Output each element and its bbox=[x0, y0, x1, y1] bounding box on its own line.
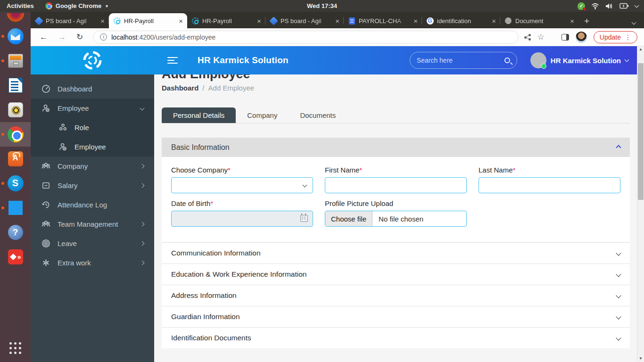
tab-hr-payroll-active[interactable]: HR-Payroll × bbox=[109, 13, 187, 28]
sidebar-item-attendance-log[interactable]: Attendance Log bbox=[31, 195, 154, 214]
dock-item-rhythmbox[interactable] bbox=[0, 98, 31, 122]
app-menu[interactable]: Google Chrome ▾ bbox=[41, 2, 113, 9]
dock-item-chrome[interactable] bbox=[0, 122, 31, 147]
clock[interactable]: Wed 17:34 bbox=[307, 2, 337, 9]
dock-item-diamond-arrow-app[interactable]: » bbox=[0, 245, 31, 269]
volume-icon[interactable] bbox=[605, 3, 613, 9]
system-tray[interactable]: ✓ bbox=[578, 2, 644, 10]
hr-target-icon bbox=[114, 17, 121, 25]
sidebar-item-extra-work[interactable]: Extra work bbox=[31, 253, 154, 272]
tab-hr-payroll-2[interactable]: HR-Payroll × bbox=[187, 13, 265, 28]
chevron-down-icon bbox=[616, 272, 621, 277]
tab-company[interactable]: Company bbox=[236, 107, 289, 123]
profile-picture-field: Profile Picture Upload Choose file No fi… bbox=[325, 199, 467, 227]
dock-item-file-archiver[interactable] bbox=[0, 49, 31, 73]
close-tab-icon[interactable]: × bbox=[413, 17, 418, 25]
basic-information-header[interactable]: Basic Information bbox=[162, 138, 630, 157]
target-icon bbox=[41, 239, 50, 248]
help-icon: ? bbox=[8, 225, 23, 240]
side-panel-icon[interactable] bbox=[561, 34, 569, 41]
wifi-icon[interactable] bbox=[591, 3, 599, 9]
scroll-down-arrow[interactable]: ▼ bbox=[637, 355, 644, 362]
activities-button[interactable]: Activities bbox=[0, 2, 41, 9]
tab-ps-board-2[interactable]: PS board - Agil × bbox=[265, 13, 344, 28]
user-menu[interactable]: HR Karmick Solution bbox=[530, 52, 628, 68]
choose-file-button[interactable]: Choose file bbox=[325, 211, 372, 226]
close-tab-icon[interactable]: × bbox=[179, 17, 183, 25]
battery-icon[interactable] bbox=[619, 3, 629, 9]
bookmark-star-icon[interactable]: ☆ bbox=[537, 32, 545, 42]
back-button[interactable]: ← bbox=[35, 32, 52, 43]
card-icon bbox=[41, 181, 50, 190]
tab-ps-board-1[interactable]: PS board - Agil × bbox=[31, 13, 109, 28]
close-tab-icon[interactable]: × bbox=[100, 17, 105, 25]
hr-karmick-logo[interactable] bbox=[82, 50, 103, 71]
sidebar-item-leave[interactable]: Leave bbox=[31, 234, 154, 253]
accordion-guardian-information[interactable]: Guardian Information bbox=[162, 306, 630, 327]
menu-toggle-icon[interactable] bbox=[167, 57, 178, 64]
dock-item-skype[interactable]: S bbox=[0, 171, 31, 196]
accordion-education-work-experience[interactable]: Education & Work Experience Information bbox=[162, 263, 630, 285]
new-tab-button[interactable]: + bbox=[578, 16, 595, 28]
tab-search-button[interactable] bbox=[624, 19, 644, 28]
profile-avatar[interactable] bbox=[576, 32, 587, 43]
accordion-communication-information[interactable]: Communication Information bbox=[162, 242, 630, 263]
calendar-icon[interactable] bbox=[300, 215, 308, 222]
accordion-address-information[interactable]: Address Information bbox=[162, 285, 630, 306]
required-asterisk: * bbox=[359, 166, 362, 174]
chevron-down-icon bbox=[632, 20, 636, 25]
dock-item-ubuntu-software[interactable] bbox=[0, 147, 31, 171]
tab-identification[interactable]: G identification × bbox=[422, 13, 500, 28]
sidebar-item-company[interactable]: Company bbox=[31, 156, 154, 176]
close-tab-icon[interactable]: × bbox=[492, 17, 496, 25]
app-title: HR Karmick Solution bbox=[198, 55, 289, 66]
last-name-input[interactable] bbox=[479, 177, 620, 193]
sidebar-item-dashboard[interactable]: Dashboard bbox=[31, 79, 154, 99]
sidebar-item-employee[interactable]: Employee bbox=[31, 99, 154, 118]
chrome-icon bbox=[45, 2, 52, 9]
close-tab-icon[interactable]: × bbox=[257, 17, 261, 25]
sidebar-item-role[interactable]: Role bbox=[31, 118, 154, 137]
gears-icon bbox=[58, 123, 67, 132]
sidebar-item-employee-sub[interactable]: Employee bbox=[31, 137, 154, 156]
scroll-up-arrow[interactable]: ▲ bbox=[637, 46, 644, 53]
sidebar-item-team-management[interactable]: Team Management bbox=[31, 214, 154, 234]
date-of-birth-input[interactable] bbox=[171, 211, 313, 227]
share-icon[interactable] bbox=[524, 34, 531, 41]
browser-scrollbar[interactable]: ▲ ▼ bbox=[637, 46, 644, 362]
dock-item-libreoffice-writer[interactable] bbox=[0, 73, 31, 98]
sidebar-item-salary[interactable]: Salary bbox=[31, 176, 154, 195]
main-content: Add Employee Dashboard / Add Employee Pe… bbox=[154, 74, 637, 362]
forward-button[interactable]: → bbox=[54, 32, 70, 43]
dock-item-vscode[interactable] bbox=[0, 196, 31, 220]
scrollbar-thumb[interactable] bbox=[638, 63, 644, 200]
site-info-icon[interactable]: i bbox=[100, 33, 107, 41]
required-asterisk: * bbox=[210, 199, 213, 207]
tab-payroll-cha[interactable]: PAYROLL-CHA × bbox=[344, 13, 422, 28]
input-method-status-icon[interactable]: ✓ bbox=[578, 2, 585, 10]
dock-item-help[interactable]: ? bbox=[0, 220, 31, 245]
dock-item-thunderbird[interactable] bbox=[0, 24, 31, 49]
choose-company-select[interactable] bbox=[171, 177, 313, 193]
app-menu-label: Google Chrome bbox=[56, 2, 102, 9]
search-input[interactable] bbox=[417, 57, 492, 64]
dock-item-firefox[interactable] bbox=[0, 12, 31, 24]
header-search[interactable] bbox=[410, 52, 517, 69]
close-tab-icon[interactable]: × bbox=[570, 17, 574, 25]
more-menu-icon[interactable]: ⋮ bbox=[625, 33, 631, 41]
update-button[interactable]: Update ⋮ bbox=[594, 31, 637, 43]
tab-documents[interactable]: Documents bbox=[289, 107, 347, 123]
tab-document[interactable]: Document × bbox=[500, 13, 578, 28]
profile-picture-file-input[interactable]: Choose file No file chosen bbox=[325, 211, 467, 227]
running-indicator bbox=[1, 59, 4, 62]
reload-button[interactable]: ↻ bbox=[72, 31, 87, 43]
accordion-identification-documents[interactable]: Identification Documents bbox=[162, 327, 630, 348]
show-applications-button[interactable] bbox=[0, 335, 31, 362]
file-status-text: No file chosen bbox=[372, 215, 429, 223]
tab-personal-details[interactable]: Personal Details bbox=[162, 107, 236, 123]
first-name-input[interactable] bbox=[325, 177, 467, 193]
address-bar[interactable]: i localhost:4200/users/add-employee bbox=[93, 31, 518, 44]
search-icon[interactable] bbox=[504, 58, 510, 63]
breadcrumb-dashboard[interactable]: Dashboard bbox=[162, 84, 198, 92]
close-tab-icon[interactable]: × bbox=[335, 17, 339, 25]
